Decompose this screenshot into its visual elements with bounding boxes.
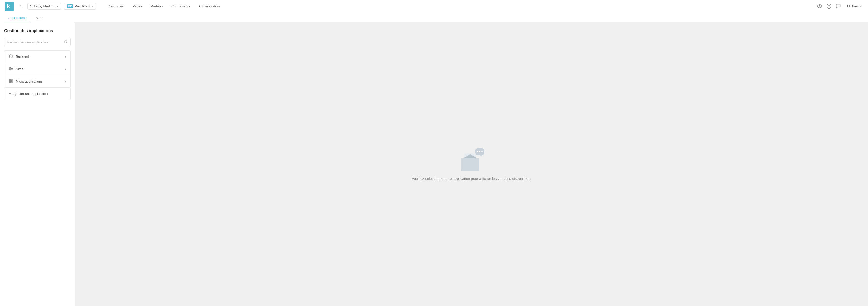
chat-icon[interactable]: [836, 4, 841, 9]
sidebar: Gestion des applications: [0, 23, 75, 306]
env-badge: XP: [67, 4, 73, 8]
empty-illustration: [459, 148, 485, 171]
main-content: Gestion des applications: [0, 23, 868, 306]
sidebar-title: Gestion des applications: [4, 29, 70, 33]
user-menu[interactable]: Mickael ▾: [845, 3, 864, 9]
micro-apps-label: Micro applications: [16, 79, 43, 83]
micro-apps-icon: [8, 79, 13, 84]
chevron-down-icon: ▾: [65, 55, 66, 59]
nav-links: Dashboard Pages Modèles Composants Admin…: [104, 3, 223, 10]
backends-label: Backends: [16, 55, 30, 59]
add-application-button[interactable]: + Ajouter une application: [4, 88, 70, 100]
plus-icon: +: [8, 91, 11, 96]
add-application-label: Ajouter une application: [13, 92, 48, 96]
breadcrumb-env[interactable]: XP Par défaut ▾: [64, 3, 96, 9]
logo[interactable]: k: [4, 1, 14, 11]
nav-row-primary: k ⌂ S Leroy Merlin... ▾ XP Par défaut ▾ …: [0, 0, 868, 12]
sidebar-item-sites[interactable]: Sites ▾: [4, 63, 70, 75]
chevron-down-icon: ▾: [860, 4, 862, 8]
svg-point-5: [64, 40, 67, 43]
backends-icon: [8, 54, 13, 59]
eye-icon[interactable]: [817, 4, 822, 9]
search-icon: [64, 40, 68, 44]
svg-rect-10: [11, 79, 12, 81]
empty-state: Veuillez sélectionner une application po…: [75, 23, 868, 306]
svg-rect-9: [9, 79, 10, 81]
chevron-down-icon: ▾: [92, 5, 93, 8]
svg-rect-12: [9, 81, 10, 82]
search-input[interactable]: [7, 40, 64, 44]
svg-text:k: k: [7, 3, 10, 9]
top-navigation: k ⌂ S Leroy Merlin... ▾ XP Par défaut ▾ …: [0, 0, 868, 23]
sites-icon: [8, 67, 13, 71]
sub-navigation: Applications Sites: [0, 12, 868, 22]
chevron-down-icon: ▾: [65, 67, 66, 71]
nav-link-dashboard[interactable]: Dashboard: [104, 3, 128, 10]
breadcrumb-prefix: S: [30, 4, 33, 8]
empty-message: Veuillez sélectionner une application po…: [412, 176, 531, 181]
nav-link-administration[interactable]: Administration: [195, 3, 223, 10]
breadcrumb-project[interactable]: S Leroy Merlin... ▾: [27, 3, 61, 9]
breadcrumb-project-label: Leroy Merlin...: [34, 4, 55, 8]
sites-label: Sites: [16, 67, 23, 71]
sidebar-list: Backends ▾ Sites ▾: [4, 50, 70, 88]
help-icon[interactable]: [827, 4, 832, 9]
search-box: [4, 38, 70, 46]
tab-applications[interactable]: Applications: [4, 14, 30, 22]
chevron-down-icon: ▾: [65, 80, 66, 83]
svg-rect-11: [11, 81, 12, 82]
tab-sites[interactable]: Sites: [32, 14, 47, 22]
svg-line-6: [66, 42, 67, 43]
top-right-actions: Mickael ▾: [817, 3, 864, 9]
sidebar-item-backends[interactable]: Backends ▾: [4, 50, 70, 63]
nav-link-pages[interactable]: Pages: [129, 3, 146, 10]
user-name: Mickael: [847, 4, 859, 8]
svg-point-2: [819, 6, 820, 7]
home-icon[interactable]: ⌂: [18, 3, 24, 9]
nav-link-modeles[interactable]: Modèles: [147, 3, 167, 10]
chevron-down-icon: ▾: [57, 5, 58, 8]
sidebar-item-micro-apps[interactable]: Micro applications ▾: [4, 75, 70, 88]
breadcrumb-env-label: Par défaut: [75, 4, 90, 8]
nav-link-composants[interactable]: Composants: [168, 3, 194, 10]
